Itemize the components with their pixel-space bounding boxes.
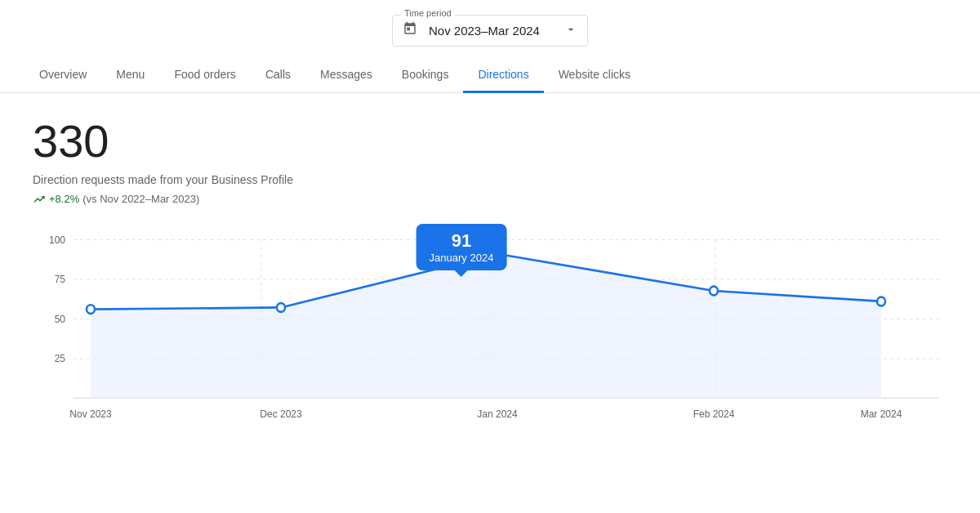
tab-messages[interactable]: Messages (305, 58, 387, 93)
svg-text:Jan 2024: Jan 2024 (477, 408, 517, 420)
svg-text:75: 75 (55, 274, 65, 286)
metric-value: 330 (33, 116, 947, 167)
tab-food-orders[interactable]: Food orders (159, 58, 250, 93)
time-period-dropdown[interactable]: Time period Nov 2023–Mar 2024 (392, 15, 588, 47)
svg-point-13 (87, 305, 95, 314)
tab-directions[interactable]: Directions (463, 58, 543, 93)
svg-text:Mar 2024: Mar 2024 (861, 408, 902, 420)
chart-svg: 100 75 50 25 (33, 222, 947, 451)
change-period: (vs Nov 2022–Mar 2023) (82, 193, 199, 205)
tab-menu[interactable]: Menu (101, 58, 159, 93)
trending-up-icon (33, 193, 46, 206)
tab-overview[interactable]: Overview (24, 58, 101, 93)
time-period-label: Time period (401, 8, 455, 18)
svg-text:Feb 2024: Feb 2024 (693, 408, 735, 420)
tab-website-clicks[interactable]: Website clicks (544, 58, 645, 93)
dropdown-arrow-icon (564, 23, 577, 39)
chart-container: 100 75 50 25 (33, 222, 947, 451)
svg-text:Nov 2023: Nov 2023 (69, 408, 111, 420)
svg-point-16 (710, 286, 718, 295)
main-content: 330 Direction requests made from your Bu… (0, 93, 980, 451)
svg-point-17 (877, 297, 885, 306)
top-bar: Time period Nov 2023–Mar 2024 (0, 0, 980, 58)
svg-text:100: 100 (49, 234, 65, 246)
svg-point-14 (277, 303, 285, 312)
tab-bookings[interactable]: Bookings (387, 58, 464, 93)
tabs-bar: Overview Menu Food orders Calls Messages… (0, 58, 980, 93)
change-percent: +8.2% (49, 193, 79, 205)
time-period-value: Nov 2023–Mar 2024 (429, 24, 540, 38)
change-indicator: +8.2% (vs Nov 2022–Mar 2023) (33, 193, 947, 206)
metric-description: Direction requests made from your Busine… (33, 173, 947, 186)
svg-text:50: 50 (55, 313, 65, 325)
calendar-icon (403, 21, 417, 40)
svg-text:Dec 2023: Dec 2023 (260, 408, 301, 420)
svg-point-15 (492, 248, 503, 260)
svg-text:25: 25 (55, 352, 65, 364)
svg-marker-12 (91, 253, 881, 398)
tab-calls[interactable]: Calls (251, 58, 305, 93)
